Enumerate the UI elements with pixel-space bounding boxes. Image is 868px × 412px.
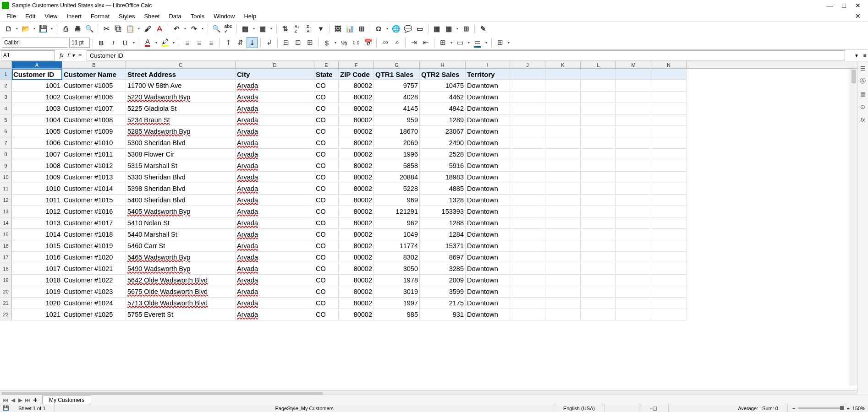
cell[interactable]: 5675 Olde Wadsworth Blvd: [126, 286, 236, 298]
paste-dropdown[interactable]: [137, 27, 141, 31]
cell[interactable]: [581, 114, 616, 126]
cell[interactable]: [581, 160, 616, 172]
cell[interactable]: [545, 69, 581, 80]
align-bottom-button[interactable]: ⤓: [247, 37, 258, 48]
add-decimal-button[interactable]: .00: [379, 37, 390, 48]
cell[interactable]: State: [314, 69, 339, 80]
cell[interactable]: 1997: [374, 298, 420, 309]
font-color-button[interactable]: A: [142, 37, 153, 48]
cell[interactable]: 1328: [420, 195, 466, 206]
cell[interactable]: Arvada: [236, 298, 314, 309]
cell[interactable]: City: [236, 69, 314, 80]
percent-button[interactable]: %: [339, 37, 350, 48]
cell[interactable]: 1017: [12, 263, 62, 275]
cell[interactable]: [651, 92, 687, 103]
add-sheet-button[interactable]: +: [31, 396, 39, 404]
row-header[interactable]: 11: [0, 183, 12, 195]
col-header-f[interactable]: F: [339, 61, 374, 68]
cell[interactable]: 80002: [339, 126, 374, 137]
cell[interactable]: 1009: [12, 172, 62, 183]
col-header-i[interactable]: I: [466, 61, 510, 68]
cell[interactable]: [545, 229, 581, 240]
bold-button[interactable]: B: [96, 37, 107, 48]
cell[interactable]: Arvada: [236, 160, 314, 172]
cell[interactable]: [510, 137, 545, 149]
cell[interactable]: 80002: [339, 195, 374, 206]
cell[interactable]: Customer #1012: [62, 160, 126, 172]
cell[interactable]: [510, 286, 545, 298]
cell[interactable]: Arvada: [236, 103, 314, 114]
status-calc[interactable]: Average: ; Sum: 0: [669, 404, 788, 412]
functions-icon[interactable]: fx: [859, 115, 867, 124]
cell[interactable]: 9757: [374, 80, 420, 92]
tab-next-icon[interactable]: ▶: [16, 397, 24, 403]
cell[interactable]: 80002: [339, 114, 374, 126]
function-wizard-icon[interactable]: fx: [60, 52, 64, 59]
cell[interactable]: [545, 160, 581, 172]
cell-reference-input[interactable]: [1, 50, 55, 60]
menu-tools[interactable]: Tools: [186, 12, 209, 21]
cell[interactable]: Arvada: [236, 252, 314, 263]
cell[interactable]: [510, 172, 545, 183]
cell[interactable]: 23067: [420, 126, 466, 137]
cell[interactable]: [651, 103, 687, 114]
cell[interactable]: CO: [314, 240, 339, 252]
cell[interactable]: 931: [420, 309, 466, 320]
cell[interactable]: CO: [314, 114, 339, 126]
cell[interactable]: 1004: [12, 114, 62, 126]
maximize-button[interactable]: □: [842, 2, 846, 9]
cell[interactable]: [651, 309, 687, 320]
cell[interactable]: [581, 217, 616, 229]
row-header[interactable]: 8: [0, 149, 12, 160]
header-footer-icon[interactable]: ▭: [414, 23, 425, 34]
cell[interactable]: 80002: [339, 103, 374, 114]
cell[interactable]: Customer #1008: [62, 114, 126, 126]
cell[interactable]: Downtown: [466, 217, 510, 229]
cell[interactable]: 4462: [420, 92, 466, 103]
cell[interactable]: 5220 Wadsworth Byp: [126, 92, 236, 103]
row-header[interactable]: 2: [0, 80, 12, 92]
cell[interactable]: Downtown: [466, 275, 510, 286]
col-header-m[interactable]: M: [616, 61, 651, 68]
tab-prev-icon[interactable]: ◀: [9, 397, 16, 403]
cell[interactable]: 5234 Braun St: [126, 114, 236, 126]
cell[interactable]: CO: [314, 309, 339, 320]
row-header[interactable]: 19: [0, 275, 12, 286]
row-header[interactable]: 17: [0, 252, 12, 263]
cell[interactable]: 1002: [12, 92, 62, 103]
cell[interactable]: 5300 Sheridan Blvd: [126, 137, 236, 149]
find-icon[interactable]: 🔍: [211, 23, 222, 34]
cell[interactable]: 11700 W 58th Ave: [126, 80, 236, 92]
cell[interactable]: CO: [314, 206, 339, 217]
cell[interactable]: 1021: [12, 309, 62, 320]
cell[interactable]: Arvada: [236, 80, 314, 92]
row-header[interactable]: 6: [0, 126, 12, 137]
cell[interactable]: [651, 240, 687, 252]
cell[interactable]: 1978: [374, 275, 420, 286]
cell[interactable]: 3050: [374, 263, 420, 275]
col-header-n[interactable]: N: [651, 61, 687, 68]
menu-window[interactable]: Window: [209, 12, 239, 21]
cell[interactable]: Customer #1014: [62, 183, 126, 195]
cell[interactable]: Downtown: [466, 240, 510, 252]
cell[interactable]: 5308 Flower Cir: [126, 149, 236, 160]
cell[interactable]: [545, 286, 581, 298]
cell[interactable]: CO: [314, 183, 339, 195]
row-header[interactable]: 3: [0, 92, 12, 103]
cell[interactable]: [581, 183, 616, 195]
save-dropdown[interactable]: [49, 27, 54, 31]
cell[interactable]: ZIP Code: [339, 69, 374, 80]
cell[interactable]: Downtown: [466, 92, 510, 103]
cell[interactable]: [545, 263, 581, 275]
cell[interactable]: [581, 263, 616, 275]
cell[interactable]: 18983: [420, 172, 466, 183]
cell[interactable]: [616, 114, 651, 126]
cell[interactable]: Customer #1025: [62, 309, 126, 320]
cell[interactable]: [651, 126, 687, 137]
cell[interactable]: CO: [314, 126, 339, 137]
cell[interactable]: [581, 275, 616, 286]
cell[interactable]: [651, 114, 687, 126]
zoom-slider[interactable]: [798, 407, 844, 409]
menu-styles[interactable]: Styles: [114, 12, 139, 21]
font-name-input[interactable]: [2, 38, 68, 48]
